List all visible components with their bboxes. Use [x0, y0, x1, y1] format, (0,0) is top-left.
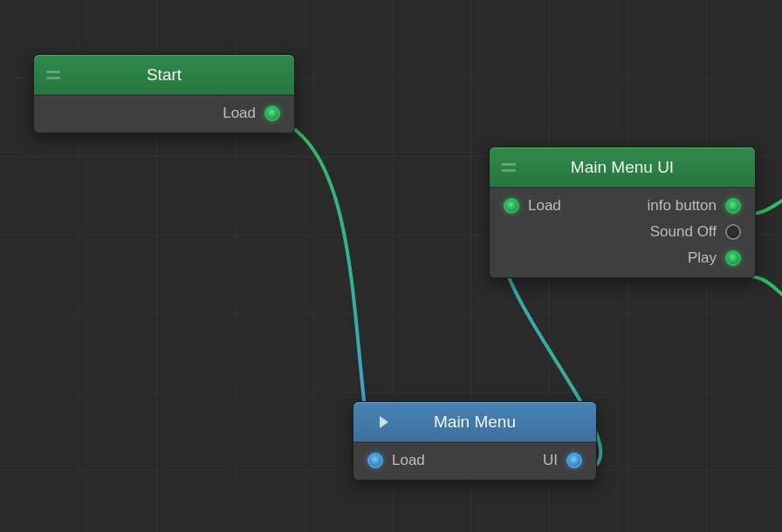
node-start-header[interactable]: Start [34, 55, 294, 95]
port-socket-icon[interactable] [264, 106, 280, 121]
port-socket-icon[interactable] [367, 453, 383, 468]
port-label: info button [648, 197, 717, 215]
node-main-menu-ui[interactable]: Main Menu UI Load info button Sound Off [489, 147, 756, 278]
port-mainmenu-input-load[interactable]: Load [367, 452, 425, 469]
port-socket-icon[interactable] [725, 250, 741, 266]
node-start[interactable]: Start Load [33, 54, 295, 133]
play-icon [380, 416, 388, 428]
node-main-menu-ui-title: Main Menu UI [571, 158, 674, 177]
port-label: Sound Off [650, 223, 717, 241]
port-socket-icon[interactable] [725, 224, 741, 240]
node-main-menu-header[interactable]: Main Menu [353, 402, 596, 442]
port-mainmenuui-output-info-button[interactable]: info button [648, 197, 741, 215]
port-socket-icon[interactable] [504, 198, 519, 214]
node-main-menu-title: Main Menu [434, 413, 516, 432]
port-mainmenu-output-ui[interactable]: UI [543, 452, 582, 469]
port-mainmenuui-output-sound-off[interactable]: Sound Off [650, 223, 741, 241]
node-start-body: Load [34, 95, 294, 133]
port-label: Load [392, 452, 425, 469]
port-label: Load [528, 197, 561, 215]
node-start-title: Start [147, 65, 182, 85]
node-graph-canvas[interactable]: Start Load Main Menu UI [0, 0, 782, 532]
port-label: Play [688, 249, 717, 267]
port-mainmenuui-input-load[interactable]: Load [504, 197, 561, 215]
port-label: Load [223, 105, 256, 122]
node-main-menu-ui-header[interactable]: Main Menu UI [490, 147, 755, 188]
drag-grip-icon [502, 163, 516, 172]
node-main-menu-body: Load UI [353, 442, 596, 480]
node-main-menu[interactable]: Main Menu Load UI [353, 401, 597, 481]
drag-grip-icon [46, 71, 60, 79]
port-mainmenuui-output-play[interactable]: Play [688, 249, 741, 267]
port-label: UI [543, 452, 558, 469]
node-main-menu-ui-body: Load info button Sound Off Play [490, 188, 755, 277]
port-socket-icon[interactable] [566, 453, 582, 468]
port-socket-icon[interactable] [725, 198, 741, 214]
port-start-output-load[interactable]: Load [223, 105, 280, 122]
